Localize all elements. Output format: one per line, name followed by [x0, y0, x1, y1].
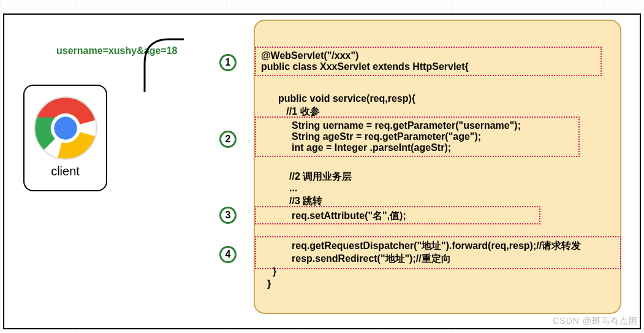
code-line: }: [267, 266, 276, 277]
code-line: ...: [289, 183, 297, 194]
code-line: public class XxxServlet extends HttpServ…: [261, 61, 596, 72]
code-block-4: req.getRequestDispatcher("地址").forward(r…: [255, 236, 621, 269]
client-label: client: [25, 164, 106, 178]
code-line: public void service(req,resp){: [278, 93, 415, 104]
svg-point-5: [54, 117, 77, 139]
client-box: client: [23, 85, 107, 191]
code-line: int age = Integer .parseInt(ageStr);: [261, 142, 574, 153]
url-param-text: username=xushy&age=18: [56, 45, 177, 56]
code-line: }: [267, 278, 271, 289]
step-3: 3: [219, 207, 237, 224]
code-line: @WebServlet("/xxx"): [261, 50, 596, 61]
code-block-2: String uername = req.getParameter("usern…: [255, 117, 580, 157]
code-line: req.getRequestDispatcher("地址").forward(r…: [261, 240, 615, 253]
code-line: req.setAttribute("名",值);: [261, 210, 534, 223]
step-1: 1: [219, 54, 237, 71]
watermark: CSDN @斑马有点困: [553, 316, 638, 327]
chrome-icon: [32, 94, 99, 162]
code-line: //2 调用业务层: [289, 170, 352, 183]
code-block-3: req.setAttribute("名",值);: [255, 206, 540, 224]
code-line: String uername = req.getParameter("usern…: [261, 120, 574, 131]
code-line: resp.sendRedirect("地址");//重定向: [261, 253, 615, 266]
code-block-1: @WebServlet("/xxx") public class XxxServ…: [255, 47, 602, 76]
step-2: 2: [219, 131, 237, 148]
step-4: 4: [219, 246, 237, 263]
code-line: String ageStr = req.getParameter("age");: [261, 131, 574, 142]
